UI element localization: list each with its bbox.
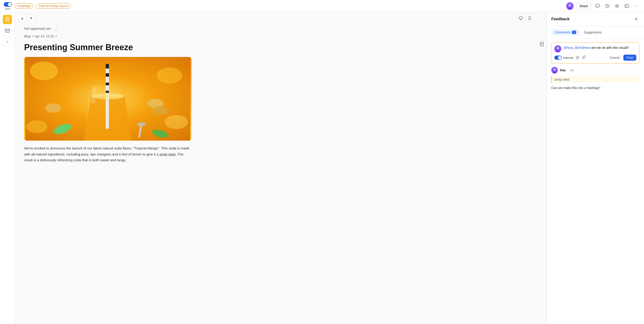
sidebar-add-button[interactable]: + — [3, 37, 12, 47]
comment-actions: Cancel Post — [608, 55, 636, 61]
close-feedback-button[interactable]: ✕ — [633, 16, 639, 22]
mention-andreea: @Andreea — [575, 46, 590, 50]
svg-point-17 — [530, 19, 530, 20]
share-button[interactable]: Share — [576, 3, 592, 9]
svg-rect-32 — [106, 73, 109, 77]
sidebar-item-mail[interactable] — [3, 26, 12, 35]
internal-toggle-switch[interactable] — [554, 56, 562, 60]
svg-point-41 — [557, 47, 559, 50]
svg-rect-13 — [519, 17, 522, 19]
feedback-header: Feedback ✕ — [547, 12, 644, 26]
cancel-comment-button[interactable]: Cancel — [608, 55, 622, 61]
toggle-knob — [8, 3, 12, 6]
main-layout: + ▲ ▼ — [0, 12, 644, 324]
doc-body: We're excited to announce the launch of … — [24, 145, 192, 163]
history-icon-btn[interactable] — [604, 2, 611, 10]
svg-point-22 — [26, 120, 48, 133]
add-icon: + — [6, 39, 9, 45]
comment-user-row: You · 3m — [551, 67, 639, 74]
doc-body-zesty: zesty twist — [160, 152, 176, 156]
content-wrapper: ▲ ▼ — [15, 12, 644, 324]
topbar: Sync Campaign Tropical mango launch Shar… — [0, 0, 644, 12]
svg-point-44 — [554, 68, 556, 71]
mobile-view-button[interactable] — [526, 15, 534, 22]
doc-toolbar-right — [517, 15, 534, 22]
doc-meta: Blog • Apr 24, 15:32 ▾ — [24, 34, 192, 38]
svg-rect-34 — [106, 91, 109, 93]
approve-check-button[interactable]: ✓ — [53, 25, 60, 32]
tag-campaign[interactable]: Campaign — [14, 3, 33, 9]
svg-rect-33 — [106, 83, 109, 85]
topbar-left: Sync Campaign Tropical mango launch — [4, 2, 71, 10]
doc-type: Blog — [24, 34, 31, 38]
chevron-down-button[interactable]: ▼ — [28, 15, 35, 22]
svg-point-24 — [152, 106, 168, 115]
sidebar-icon-btn[interactable] — [623, 2, 630, 10]
comment-input-row: @Noa, @Andreea are we ok with this visua… — [554, 45, 636, 52]
svg-rect-3 — [596, 4, 600, 7]
feedback-tabs: Comments 1 Suggestions — [547, 26, 644, 39]
chevron-up-button[interactable]: ▲ — [18, 15, 26, 22]
feedback-title: Feedback — [551, 17, 570, 21]
sync-toggle[interactable]: Sync — [4, 2, 12, 10]
desktop-view-button[interactable] — [517, 15, 524, 22]
topbar-right: Share ··· — [566, 2, 640, 10]
svg-point-19 — [30, 62, 58, 80]
at-icon[interactable]: @ — [575, 55, 580, 60]
comment-rest-text: are we ok with this visual? — [591, 46, 629, 50]
comments-icon-btn[interactable] — [594, 2, 601, 10]
tab-comments[interactable]: Comments 1 — [551, 29, 580, 36]
svg-rect-6 — [625, 5, 629, 8]
comment-body-text: Can we make this into a hashtag? — [551, 86, 639, 90]
sync-label: Sync — [5, 7, 11, 10]
comment-time-value: 3m — [570, 69, 574, 72]
avatar — [566, 2, 574, 10]
svg-point-35 — [92, 94, 124, 99]
side-panel-icon — [537, 12, 546, 324]
doc-area: ▲ ▼ — [15, 12, 537, 324]
more-icon-btn[interactable]: ··· — [633, 2, 640, 10]
hero-svg — [24, 57, 192, 141]
comment-input-text[interactable]: @Noa, @Andreea are we ok with this visua… — [564, 45, 636, 50]
doc-title: Presenting Summer Breeze — [24, 42, 192, 52]
tag-tropical[interactable]: Tropical mango launch — [36, 3, 71, 9]
svg-point-28 — [137, 123, 146, 126]
eye-icon-btn[interactable] — [613, 2, 621, 10]
feedback-panel: Feedback ✕ Comments 1 Suggestions — [546, 12, 644, 324]
svg-rect-31 — [106, 64, 109, 69]
post-comment-button[interactable]: Post — [623, 55, 636, 61]
comment-thread: You · 3m zesty twist Can we make this in… — [551, 67, 639, 90]
internal-toggle: Internal — [554, 56, 573, 60]
left-sidebar: + — [0, 12, 15, 324]
mention-noa: @Noa — [564, 46, 573, 50]
svg-rect-12 — [5, 29, 10, 32]
sidebar-item-pages[interactable] — [3, 15, 12, 24]
feedback-body: @Noa, @Andreea are we ok with this visua… — [547, 39, 644, 324]
svg-point-21 — [165, 115, 188, 129]
tab-comments-label: Comments — [554, 31, 570, 34]
comment-quote: zesty twist — [551, 76, 639, 83]
internal-toggle-knob — [558, 56, 561, 59]
comment-footer: Internal @ Cancel Post — [554, 55, 636, 61]
paperclip-icon[interactable] — [582, 55, 586, 61]
not-approved-label: Not approved yet — [24, 27, 51, 31]
tab-suggestions[interactable]: Suggestions — [580, 29, 605, 36]
comment-username: You — [560, 68, 566, 72]
comment-time: · — [567, 69, 568, 72]
svg-point-5 — [616, 5, 618, 7]
comment-user-avatar — [551, 67, 558, 74]
comment-input-avatar — [554, 45, 561, 52]
doc-float-button[interactable] — [538, 40, 546, 48]
doc-hero-image — [24, 57, 192, 141]
doc-separator: • — [32, 34, 33, 38]
comment-input-box: @Noa, @Andreea are we ok with this visua… — [551, 42, 639, 64]
svg-point-1 — [568, 4, 571, 7]
doc-toolbar-left: ▲ ▼ — [18, 15, 35, 22]
tab-suggestions-label: Suggestions — [584, 31, 602, 34]
doc-meta-chevron-icon[interactable]: ▾ — [56, 35, 57, 38]
toggle-switch[interactable] — [4, 2, 12, 7]
doc-toolbar: ▲ ▼ — [15, 12, 537, 24]
doc-content: Blog • Apr 24, 15:32 ▾ Presenting Summer… — [15, 34, 201, 172]
internal-label: Internal — [563, 56, 573, 60]
status-bar: Not approved yet ✓ — [15, 24, 537, 34]
